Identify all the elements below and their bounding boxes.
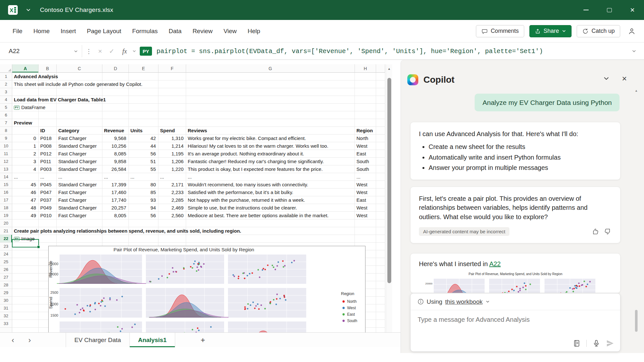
row-header-14[interactable]: 14 xyxy=(0,173,12,181)
row-header-9[interactable]: 9 xyxy=(0,135,12,142)
column-header-D[interactable]: D xyxy=(102,64,129,73)
cell-B10[interactable]: P008 xyxy=(39,142,57,150)
cell-H18[interactable]: West xyxy=(355,204,376,212)
copilot-collapse-button[interactable] xyxy=(601,73,611,84)
ribbon-tab-home[interactable]: Home xyxy=(28,20,55,42)
cell-A30[interactable] xyxy=(12,297,39,304)
cell-C19[interactable]: Fast Charger xyxy=(57,212,102,219)
cell-F8[interactable]: Spend xyxy=(158,127,186,135)
cell-A12[interactable]: 3 xyxy=(12,158,39,165)
dictate-button[interactable] xyxy=(592,339,600,347)
row-header-33[interactable]: 33 xyxy=(0,320,12,328)
cell-H19[interactable]: West xyxy=(355,212,376,219)
cell-F22[interactable] xyxy=(158,235,186,243)
cell-H13[interactable]: South xyxy=(355,165,376,173)
cell-A25[interactable] xyxy=(12,258,39,266)
cell-G6[interactable] xyxy=(186,111,355,119)
cell-E8[interactable]: Units xyxy=(129,127,158,135)
column-header-F[interactable]: F xyxy=(158,64,186,73)
cell-C17[interactable]: Fast Charger xyxy=(57,196,102,204)
cell-A28[interactable] xyxy=(12,281,39,289)
cell-B9[interactable]: P018 xyxy=(39,135,57,142)
cell-A15[interactable]: 45 xyxy=(12,181,39,189)
row-header-17[interactable]: 17 xyxy=(0,196,12,204)
previous-sheet-arrow[interactable]: ‹ xyxy=(7,333,19,347)
cell-D4[interactable] xyxy=(102,96,129,104)
insert-function-icon[interactable]: fx xyxy=(119,45,130,57)
row-header-5[interactable]: 5 xyxy=(0,104,12,111)
cell-H20[interactable] xyxy=(355,219,376,227)
cell-E15[interactable]: 80 xyxy=(129,181,158,189)
cell-B7[interactable] xyxy=(39,119,57,127)
cell-F12[interactable]: 1,206 xyxy=(158,158,186,165)
ribbon-tab-data[interactable]: Data xyxy=(163,20,187,42)
cell-I33[interactable] xyxy=(376,320,385,328)
cell-B6[interactable] xyxy=(39,111,57,119)
row-header-18[interactable]: 18 xyxy=(0,204,12,212)
cell-G11[interactable]: It's an average product. Nothing extraor… xyxy=(186,150,355,158)
cell-G15[interactable]: Wouldn't recommend, too many issues with… xyxy=(186,181,355,189)
cell-G9[interactable]: Works great for my electric bike. Compac… xyxy=(186,135,355,142)
ribbon-tab-page-layout[interactable]: Page Layout xyxy=(81,20,127,42)
cell-E17[interactable]: 93 xyxy=(129,196,158,204)
name-box[interactable]: A22 xyxy=(4,45,82,57)
cell-H12[interactable]: South xyxy=(355,158,376,165)
cell-A29[interactable] xyxy=(12,289,39,297)
cell-I21[interactable] xyxy=(376,227,385,235)
formula-input[interactable]: pairplot = sns.pairplot(EVData_df, vars=… xyxy=(156,42,543,60)
prompt-guide-button[interactable] xyxy=(573,339,581,347)
cell-D15[interactable]: 17,399 xyxy=(102,181,129,189)
column-header-H[interactable]: H xyxy=(355,64,376,73)
cell-H17[interactable]: East xyxy=(355,196,376,204)
cell-A22[interactable]: PYImage xyxy=(12,235,39,243)
cell-H3[interactable] xyxy=(355,88,376,96)
thumbs-down-button[interactable] xyxy=(604,227,612,236)
cell-D20[interactable] xyxy=(102,219,129,227)
minimize-button[interactable] xyxy=(574,0,598,20)
cell-B17[interactable]: P037 xyxy=(39,196,57,204)
thumbs-up-button[interactable] xyxy=(591,227,599,236)
cell-I28[interactable] xyxy=(376,281,385,289)
cell-D16[interactable]: 17,460 xyxy=(102,189,129,196)
cell-C6[interactable] xyxy=(57,111,102,119)
cell-C15[interactable]: Standard Charger xyxy=(57,181,102,189)
cell-A10[interactable]: 1 xyxy=(12,142,39,150)
cell-C8[interactable]: Category xyxy=(57,127,102,135)
ribbon-tab-review[interactable]: Review xyxy=(187,20,218,42)
cell-E16[interactable]: 85 xyxy=(129,189,158,196)
column-header-C[interactable]: C xyxy=(57,64,102,73)
next-sheet-arrow[interactable]: › xyxy=(24,333,35,347)
cell-E5[interactable] xyxy=(129,104,158,111)
cell-F6[interactable] xyxy=(158,111,186,119)
cell-C22[interactable] xyxy=(57,235,102,243)
cell-D22[interactable] xyxy=(102,235,129,243)
cell-B15[interactable]: P045 xyxy=(39,181,57,189)
cell-B18[interactable]: P049 xyxy=(39,204,57,212)
cell-D5[interactable] xyxy=(102,104,129,111)
cell-C13[interactable]: Standard Charger xyxy=(57,165,102,173)
cell-E4[interactable] xyxy=(129,96,158,104)
inserted-chart-preview[interactable]: Pair Plot of Revenue, Marketing Spend, a… xyxy=(419,272,612,293)
cell-H6[interactable] xyxy=(355,111,376,119)
cell-E18[interactable]: 94 xyxy=(129,204,158,212)
cell-A23[interactable] xyxy=(12,243,39,250)
cell-E3[interactable] xyxy=(129,88,158,96)
row-header-22[interactable]: 22 xyxy=(0,235,12,243)
cell-B20[interactable] xyxy=(39,219,57,227)
row-header-13[interactable]: 13 xyxy=(0,165,12,173)
cell-I3[interactable] xyxy=(376,88,385,96)
cell-A11[interactable]: 2 xyxy=(12,150,39,158)
row-header-2[interactable]: 2 xyxy=(0,80,12,88)
cell-E12[interactable]: 51 xyxy=(129,158,158,165)
cell-F13[interactable]: 1,220 xyxy=(158,165,186,173)
ribbon-tab-help[interactable]: Help xyxy=(242,20,266,42)
cell-A7[interactable]: Preview xyxy=(12,119,39,127)
cell-E6[interactable] xyxy=(129,111,158,119)
cell-A18[interactable]: 48 xyxy=(12,204,39,212)
cell-G13[interactable]: This product is okay, but I expected mor… xyxy=(186,165,355,173)
row-header-32[interactable]: 32 xyxy=(0,312,12,320)
cell-E20[interactable] xyxy=(129,219,158,227)
cell-F2[interactable] xyxy=(158,80,186,88)
cell-I1[interactable] xyxy=(376,73,385,80)
row-header-34[interactable] xyxy=(0,328,12,332)
